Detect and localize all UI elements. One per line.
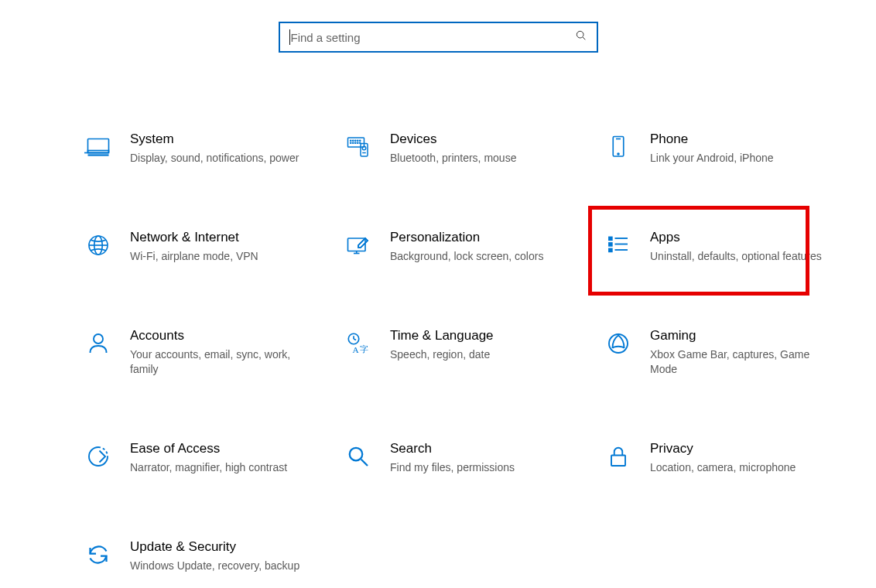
svg-line-38 [354, 339, 356, 340]
tile-accounts[interactable]: Accounts Your accounts, email, sync, wor… [77, 323, 337, 381]
accounts-icon [84, 329, 113, 358]
tile-title: Ease of Access [130, 440, 317, 457]
svg-point-12 [351, 142, 351, 143]
tile-apps[interactable]: Apps Uninstall, defaults, optional featu… [597, 224, 857, 268]
tile-system[interactable]: System Display, sound, notifications, po… [77, 126, 337, 170]
tile-search[interactable]: Search Find my files, permissions [337, 436, 597, 480]
svg-point-10 [358, 140, 358, 141]
svg-point-14 [355, 142, 356, 143]
svg-point-16 [360, 142, 361, 143]
tile-title: Gaming [650, 327, 837, 344]
tile-title: System [130, 131, 317, 148]
personalization-icon [344, 231, 373, 260]
tile-ease-of-access[interactable]: Ease of Access Narrator, magnifier, high… [77, 436, 337, 480]
search-input[interactable] [289, 30, 575, 45]
svg-text:字: 字 [360, 344, 368, 353]
svg-point-7 [351, 140, 351, 141]
tile-time-language[interactable]: A 字 Time & Language Speech, region, date [337, 323, 597, 381]
svg-line-43 [361, 460, 368, 466]
tile-desc: Wi-Fi, airplane mode, VPN [130, 249, 317, 264]
tile-desc: Windows Update, recovery, backup [130, 559, 317, 573]
devices-icon [344, 132, 373, 162]
svg-rect-44 [611, 455, 625, 466]
tile-title: Update & Security [130, 538, 317, 556]
tile-desc: Link your Android, iPhone [650, 151, 837, 166]
system-icon [84, 132, 113, 162]
svg-point-22 [618, 153, 619, 155]
search-box[interactable] [279, 22, 598, 53]
tile-desc: Display, sound, notifications, power [130, 151, 317, 166]
tile-desc: Location, camera, microphone [650, 460, 837, 475]
tile-privacy[interactable]: Privacy Location, camera, microphone [597, 436, 857, 480]
tile-title: Accounts [130, 327, 317, 344]
tile-desc: Bluetooth, printers, mouse [390, 151, 577, 166]
svg-point-0 [577, 31, 583, 38]
svg-rect-29 [609, 237, 612, 240]
apps-icon [604, 231, 633, 260]
tile-network[interactable]: Network & Internet Wi-Fi, airplane mode,… [77, 224, 337, 268]
text-caret [289, 29, 290, 45]
tile-title: Devices [390, 131, 577, 148]
tile-title: Network & Internet [130, 229, 317, 246]
svg-line-1 [583, 37, 585, 39]
svg-point-42 [350, 448, 363, 461]
tile-desc: Your accounts, email, sync, work, family [130, 347, 317, 377]
ease-of-access-icon [84, 442, 113, 471]
globe-icon [84, 231, 113, 260]
tile-update-security[interactable]: Update & Security Windows Update, recove… [77, 534, 337, 578]
update-icon [84, 540, 113, 569]
tile-desc: Find my files, permissions [390, 460, 577, 475]
svg-point-15 [358, 142, 358, 143]
tile-desc: Background, lock screen, colors [390, 249, 577, 264]
svg-point-8 [353, 140, 354, 141]
tile-desc: Uninstall, defaults, optional features [650, 249, 837, 264]
svg-point-41 [609, 334, 628, 353]
tile-devices[interactable]: Devices Bluetooth, printers, mouse [337, 126, 597, 170]
search-category-icon [344, 442, 373, 471]
svg-rect-30 [609, 243, 612, 246]
tile-phone[interactable]: Phone Link your Android, iPhone [597, 126, 857, 170]
privacy-icon [604, 442, 633, 471]
search-icon[interactable] [575, 29, 587, 45]
tile-desc: Xbox Game Bar, captures, Game Mode [650, 347, 837, 377]
tile-title: Personalization [390, 229, 577, 246]
tile-desc: Speech, region, date [390, 347, 577, 362]
tile-desc: Narrator, magnifier, high contrast [130, 460, 317, 475]
settings-grid: System Display, sound, notifications, po… [0, 126, 876, 578]
svg-rect-4 [88, 151, 109, 153]
tile-title: Apps [650, 229, 837, 246]
gaming-icon [604, 329, 633, 358]
svg-point-18 [362, 146, 366, 150]
tile-title: Time & Language [390, 327, 577, 344]
tile-title: Search [390, 440, 577, 457]
svg-rect-31 [609, 248, 612, 251]
phone-icon [604, 132, 633, 162]
tile-personalization[interactable]: Personalization Background, lock screen,… [337, 224, 597, 268]
svg-point-9 [355, 140, 356, 141]
svg-text:A: A [353, 345, 360, 354]
tile-title: Privacy [650, 440, 837, 457]
svg-point-13 [353, 142, 354, 143]
tile-gaming[interactable]: Gaming Xbox Game Bar, captures, Game Mod… [597, 323, 857, 381]
svg-point-11 [360, 140, 361, 141]
svg-point-35 [94, 334, 103, 344]
time-language-icon: A 字 [344, 329, 373, 358]
tile-title: Phone [650, 131, 837, 148]
